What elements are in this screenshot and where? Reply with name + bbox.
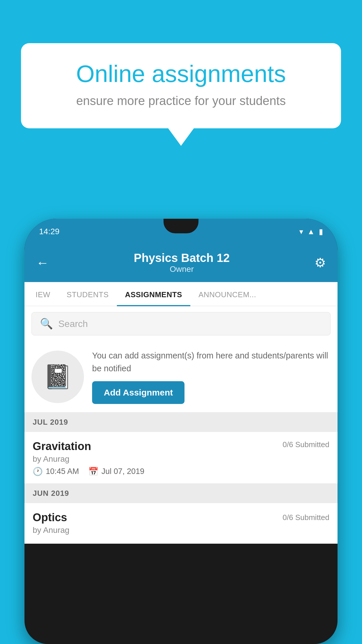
assignment-time: 🕐 10:45 AM	[33, 467, 79, 476]
promo-text: You can add assignment(s) from here and …	[92, 349, 331, 375]
back-button[interactable]: ←	[36, 256, 49, 270]
assignment-title: Gravitation	[33, 440, 91, 453]
header-subtitle: Owner	[49, 265, 314, 274]
promo-icon-circle: 📓	[31, 351, 84, 403]
tabs-bar: IEW STUDENTS ASSIGNMENTS ANNOUNCEM...	[24, 282, 338, 306]
speech-bubble-subtitle: ensure more practice for your students	[44, 94, 318, 108]
speech-bubble-title: Online assignments	[44, 61, 318, 87]
assignment-meta: 🕐 10:45 AM 📅 Jul 07, 2019	[33, 467, 329, 476]
search-icon: 🔍	[40, 318, 53, 330]
assignment-date: 📅 Jul 07, 2019	[88, 467, 144, 476]
assignment-author-optics: by Anurag	[33, 526, 329, 535]
notebook-icon: 📓	[43, 363, 72, 391]
assignment-title-optics: Optics	[33, 511, 67, 524]
assignment-submitted-count: 0/6 Submitted	[283, 440, 329, 449]
assignment-time-value: 10:45 AM	[46, 467, 79, 476]
status-bar-icons: ▾ ▲ ▮	[299, 227, 323, 236]
assignment-author: by Anurag	[33, 454, 329, 464]
tab-assignments[interactable]: ASSIGNMENTS	[117, 282, 190, 306]
tab-announcements[interactable]: ANNOUNCEM...	[190, 282, 264, 306]
header-center: Physics Batch 12 Owner	[49, 251, 314, 274]
phone-frame: 14:29 ▾ ▲ ▮ ← Physics Batch 12 Owner ⚙ I…	[24, 219, 338, 644]
search-bar[interactable]: 🔍 Search	[31, 312, 331, 335]
app-header: ← Physics Batch 12 Owner ⚙	[24, 244, 338, 282]
signal-icon: ▲	[307, 227, 315, 236]
calendar-icon: 📅	[88, 467, 99, 476]
assignment-top-row: Gravitation 0/6 Submitted	[33, 440, 329, 453]
speech-bubble-section: Online assignments ensure more practice …	[21, 43, 341, 146]
speech-bubble-card: Online assignments ensure more practice …	[21, 43, 341, 128]
wifi-icon: ▾	[299, 227, 303, 236]
section-header-jun: JUN 2019	[24, 484, 338, 503]
status-bar-time: 14:29	[39, 227, 59, 236]
assignment-item-gravitation[interactable]: Gravitation 0/6 Submitted by Anurag 🕐 10…	[24, 432, 338, 484]
tab-iew[interactable]: IEW	[27, 282, 59, 306]
assignment-top-row-optics: Optics 0/6 Submitted	[33, 511, 329, 524]
assignment-submitted-optics: 0/6 Submitted	[283, 513, 329, 522]
phone-content: 🔍 Search 📓 You can add assignment(s) fro…	[24, 306, 338, 544]
clock-icon: 🕐	[33, 467, 43, 476]
settings-icon[interactable]: ⚙	[314, 255, 326, 270]
search-placeholder: Search	[58, 318, 88, 329]
section-header-jul: JUL 2019	[24, 412, 338, 432]
assignment-date-value: Jul 07, 2019	[101, 467, 144, 476]
speech-bubble-arrow	[168, 128, 194, 146]
search-container: 🔍 Search	[24, 306, 338, 341]
header-title: Physics Batch 12	[49, 251, 314, 265]
tab-students[interactable]: STUDENTS	[59, 282, 117, 306]
add-assignment-promo: 📓 You can add assignment(s) from here an…	[24, 341, 338, 412]
add-assignment-button[interactable]: Add Assignment	[92, 381, 184, 404]
status-bar: 14:29 ▾ ▲ ▮	[24, 219, 338, 244]
assignment-item-optics[interactable]: Optics 0/6 Submitted by Anurag	[24, 503, 338, 544]
promo-right: You can add assignment(s) from here and …	[92, 349, 331, 404]
phone-notch	[164, 219, 198, 233]
battery-icon: ▮	[319, 227, 323, 236]
